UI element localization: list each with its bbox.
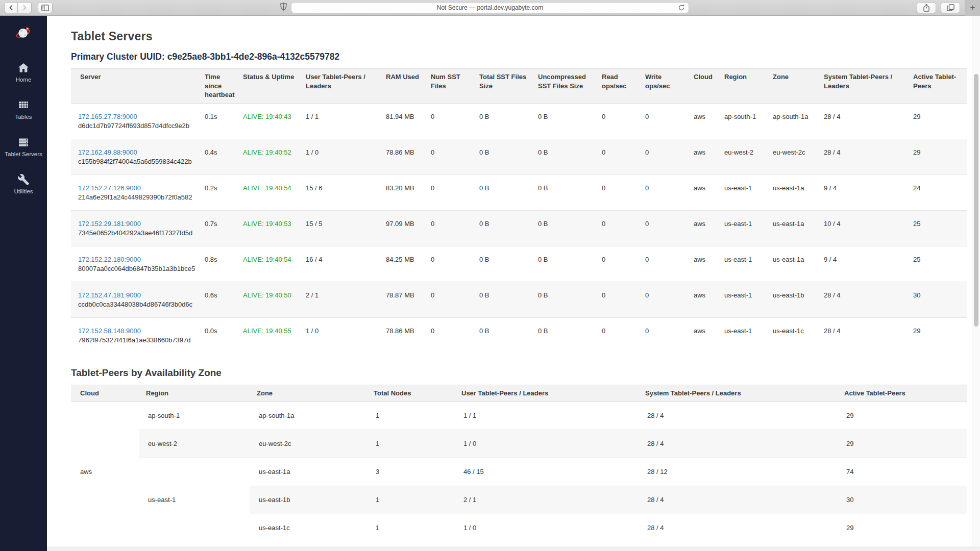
table-cell: 0: [424, 174, 472, 210]
table-cell: 0: [595, 174, 638, 210]
table-cell: 29: [837, 514, 967, 542]
server-address-link[interactable]: 172.152.47.181:9000: [78, 291, 141, 299]
table-cell: 0: [424, 210, 472, 246]
table-cell: us-east-1a: [766, 246, 817, 282]
table-cell: us-east-1a: [766, 210, 817, 246]
table-cell: us-east-1: [717, 282, 766, 317]
table-cell: 78.86 MB: [379, 139, 424, 174]
sidebar-item-home[interactable]: Home: [0, 62, 47, 83]
table-cell: 0 B: [531, 139, 595, 174]
table-cell: 0.0s: [198, 317, 236, 353]
column-header: RAM Used: [379, 69, 424, 104]
table-cell: 1: [366, 514, 454, 542]
tablet-peers-by-az-table: CloudRegionZoneTotal NodesUser Tablet-Pe…: [71, 385, 967, 542]
table-cell: aws: [687, 246, 717, 282]
sidebar-item-tablet-servers[interactable]: Tablet Servers: [0, 136, 47, 157]
table-cell: 0 B: [531, 282, 595, 317]
table-cell: 1 / 0: [454, 430, 638, 458]
column-header: Read ops/sec: [595, 69, 638, 104]
server-address-link[interactable]: 172.152.58.148:9000: [78, 327, 141, 335]
table-cell: 0: [638, 282, 687, 317]
show-tabs-button[interactable]: [941, 2, 960, 13]
server-row: 172.152.27.126:9000214a6e29f1a24c4498293…: [71, 174, 967, 210]
table-cell: 29: [906, 139, 967, 174]
share-button[interactable]: [917, 2, 936, 13]
table-cell: 78.86 MB: [379, 317, 424, 353]
plus-icon: +: [970, 3, 975, 13]
reload-icon[interactable]: [678, 4, 685, 13]
table-cell: us-east-1: [717, 210, 766, 246]
server-address-link[interactable]: 172.152.22.180:9000: [78, 256, 141, 263]
table-cell: 24: [906, 174, 967, 210]
table-cell: 0: [595, 317, 638, 353]
cloud-cell: aws: [71, 402, 139, 542]
sidebar-toggle-button[interactable]: [38, 2, 53, 13]
table-cell: 78.87 MB: [379, 282, 424, 317]
table-cell: 0.2s: [198, 174, 236, 210]
vertical-scrollbar-thumb[interactable]: [974, 74, 978, 327]
table-cell: 1 / 1: [299, 103, 379, 139]
sidebar-item-label: Home: [16, 77, 32, 83]
column-header: Region: [717, 69, 766, 104]
table-cell: 29: [906, 103, 967, 139]
table-cell: 0.4s: [198, 139, 236, 174]
new-tab-button[interactable]: +: [965, 0, 980, 16]
table-cell: ap-south-1a: [766, 103, 817, 139]
server-uuid: 7345e0652b404292a3ae46f17327fd5d: [78, 229, 193, 238]
table-cell: us-east-1b: [766, 282, 817, 317]
vertical-scrollbar[interactable]: [972, 16, 980, 551]
server-address-link[interactable]: 172.162.49.88:9000: [78, 148, 137, 156]
address-bar[interactable]: Not Secure — portal.dev.yugabyte.com: [291, 2, 689, 13]
server-cell: 172.152.29.181:90007345e0652b404292a3ae4…: [71, 210, 198, 246]
status-badge: ALIVE: 19:40:53: [236, 210, 299, 246]
server-row: 172.152.47.181:9000ccdb0c0ca33448038b4d8…: [71, 282, 967, 317]
sidebar-item-tables[interactable]: Tables: [0, 99, 47, 120]
forward-button[interactable]: [18, 2, 32, 13]
az-table-header-row: CloudRegionZoneTotal NodesUser Tablet-Pe…: [71, 385, 967, 402]
horizontal-scrollbar[interactable]: [47, 546, 980, 551]
status-badge: ALIVE: 19:40:54: [236, 174, 299, 210]
sidebar-item-label: Tables: [15, 114, 32, 120]
server-cell: 172.152.22.180:900080007aa0cc064db6847b3…: [71, 246, 198, 282]
table-cell: 29: [837, 402, 967, 430]
column-header: Server: [71, 69, 198, 104]
table-cell: 0 B: [472, 174, 531, 210]
table-cell: 0 B: [472, 246, 531, 282]
table-cell: 0: [638, 103, 687, 139]
table-cell: 0: [638, 174, 687, 210]
server-row: 172.165.27.78:9000d6dc1d7b97724ff693d857…: [71, 103, 967, 139]
sidebar-item-utilities[interactable]: Utilities: [0, 173, 47, 194]
table-cell: 0: [424, 282, 472, 317]
table-cell: 29: [837, 430, 967, 458]
tables-icon: [17, 99, 30, 111]
server-uuid: 80007aa0cc064db6847b35b1a3b1bce5: [78, 264, 193, 274]
table-cell: 1 / 0: [299, 139, 379, 174]
table-cell: us-east-1a: [766, 174, 817, 210]
table-cell: 0 B: [472, 103, 531, 139]
server-uuid: ccdb0c0ca33448038b4d86746f3b0d6c: [78, 300, 193, 310]
column-header: Active Tablet-Peers: [837, 385, 967, 402]
address-bar-text: Not Secure — portal.dev.yugabyte.com: [437, 4, 544, 11]
table-cell: eu-west-2c: [766, 139, 817, 174]
main-content: Tablet Servers Primary Cluster UUID: c9e…: [47, 16, 972, 547]
table-cell: us-east-1c: [250, 514, 366, 542]
server-address-link[interactable]: 172.165.27.78:9000: [78, 113, 137, 120]
column-header: Uncompressed SST Files Size: [531, 69, 595, 104]
utilities-wrench-icon: [17, 173, 30, 186]
table-cell: 1 / 0: [299, 317, 379, 353]
table-cell: 28 / 12: [638, 458, 837, 486]
tabs-overview-icon: [947, 4, 954, 11]
column-header: Region: [139, 385, 250, 402]
table-cell: aws: [687, 282, 717, 317]
content-blocker-shield-icon[interactable]: [280, 3, 287, 13]
table-cell: aws: [687, 174, 717, 210]
back-button[interactable]: [4, 2, 18, 13]
server-address-link[interactable]: 172.152.27.126:9000: [78, 184, 141, 192]
server-cell: 172.152.58.148:90007962f975327f41f6a1ae3…: [71, 317, 198, 353]
column-header: Total Nodes: [366, 385, 454, 402]
table-cell: aws: [687, 210, 717, 246]
table-cell: 0: [638, 139, 687, 174]
yugabyte-logo[interactable]: [15, 24, 32, 41]
table-cell: 3: [366, 458, 454, 486]
server-address-link[interactable]: 172.152.29.181:9000: [78, 220, 141, 228]
